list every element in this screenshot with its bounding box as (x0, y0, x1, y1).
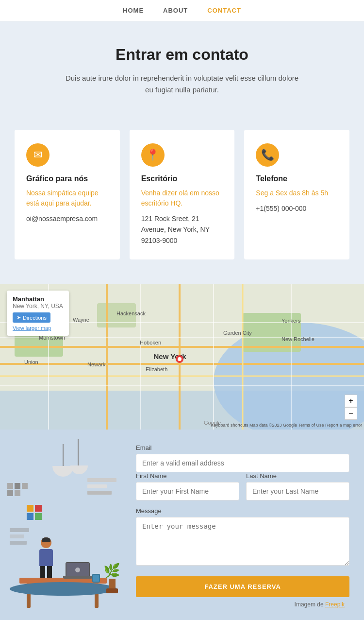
map-place-name: Manhattan (13, 295, 63, 303)
zoom-in-button[interactable]: + (345, 395, 357, 407)
lastname-input[interactable] (246, 482, 349, 500)
map-place-sub: New York, NY, USA (13, 303, 63, 310)
message-label: Message (136, 507, 349, 515)
laptop-screen (66, 562, 90, 578)
laptop-base (63, 576, 92, 579)
page-title: Entrar em contato (29, 46, 335, 64)
lastname-field: Last Name (246, 472, 349, 500)
svg-text:New Rochelle: New Rochelle (281, 336, 314, 342)
card-phone-title: Telefone (256, 174, 338, 183)
contact-form: Email First Name Last Name Message FAZER… (126, 430, 364, 620)
lastname-label: Last Name (246, 472, 349, 480)
card-office-subtitle: Venha dizer olá em nosso escritório HQ. (141, 188, 223, 208)
lamp1-cord (63, 444, 64, 468)
lamp2-cord (78, 439, 79, 468)
card-office-detail: 121 Rock Sreet, 21 Avenue, New York, NY … (141, 213, 223, 246)
freepik-link[interactable]: Freepik (325, 601, 345, 608)
freepik-credit: Imagem de Freepik (136, 601, 349, 608)
card-email: ✉ Gráfico para nós Nossa simpática equip… (15, 130, 120, 259)
card-office-title: Escritório (141, 174, 223, 183)
card-email-title: Gráfico para nós (26, 174, 108, 183)
card-email-detail: oi@nossaempresa.com (26, 213, 108, 224)
firstname-field: First Name (136, 472, 239, 500)
map-zoom-controls: + − (345, 395, 357, 420)
map-info-box: Manhattan New York, NY, USA ➤ Directions… (7, 291, 69, 336)
location-icon: 📍 (141, 143, 165, 167)
lamp2-shade (70, 465, 88, 474)
nav-contact[interactable]: CONTACT (207, 7, 241, 14)
nav-home[interactable]: HOME (123, 7, 144, 14)
map-section: New York Hoboken Garden City Morristown … (0, 284, 364, 430)
svg-text:Newark: Newark (87, 362, 106, 367)
svg-text:Yonkers: Yonkers (281, 318, 301, 324)
nav-about[interactable]: ABOUT (163, 7, 188, 14)
phone-icon: 📞 (256, 143, 279, 167)
hero-description: Duis aute irure dolor in reprehenderit i… (61, 72, 303, 96)
card-phone-subtitle: Seg a Sex das 8h às 5h (256, 188, 338, 198)
decoration-blocks-top (7, 483, 28, 498)
svg-text:Garden City: Garden City (223, 330, 252, 336)
svg-text:Union: Union (24, 359, 38, 365)
email-icon: ✉ (26, 143, 50, 167)
svg-text:Elizabeth: Elizabeth (146, 366, 167, 372)
coffee-mug (92, 574, 100, 583)
email-input[interactable] (136, 454, 349, 472)
directions-label: Directions (23, 315, 47, 321)
plant: 🌿 (103, 563, 120, 593)
view-larger-map-link[interactable]: View larger map (13, 325, 63, 331)
svg-point-32 (178, 357, 182, 361)
directions-icon: ➤ (17, 314, 21, 321)
card-phone: 📞 Telefone Seg a Sex das 8h às 5h +1(555… (244, 130, 349, 259)
email-label: Email (136, 444, 349, 451)
hero-section: Entrar em contato Duis aute irure dolor … (0, 21, 364, 115)
card-office: 📍 Escritório Venha dizer olá em nosso es… (130, 130, 235, 259)
color-blocks (27, 505, 42, 520)
svg-text:Hackensack: Hackensack (116, 310, 146, 316)
zoom-out-button[interactable]: − (345, 407, 357, 420)
person-illustration (34, 537, 58, 581)
standing-platform (10, 582, 116, 596)
svg-text:Wayne: Wayne (73, 317, 89, 323)
form-section: 🌿 Email First Name Last Name Message FAZ… (0, 430, 364, 620)
navigation: HOME ABOUT CONTACT (0, 0, 364, 21)
submit-button[interactable]: FAZER UMA RESERVA (136, 576, 349, 597)
wall-decoration (87, 478, 116, 495)
message-input[interactable] (136, 517, 349, 566)
firstname-label: First Name (136, 472, 239, 480)
card-email-subtitle: Nossa simpática equipe está aqui para aj… (26, 188, 108, 208)
floor-decoration (10, 528, 29, 545)
directions-button[interactable]: ➤ Directions (13, 312, 50, 323)
form-illustration: 🌿 (0, 430, 126, 620)
firstname-input[interactable] (136, 482, 239, 500)
svg-text:Hoboken: Hoboken (140, 340, 161, 345)
name-row: First Name Last Name (136, 472, 349, 500)
cards-section: ✉ Gráfico para nós Nossa simpática equip… (0, 115, 364, 284)
card-phone-detail: +1(555) 000-000 (256, 203, 338, 214)
map-attribution: Keyboard shortcuts Map data ©2023 Google… (211, 423, 362, 428)
